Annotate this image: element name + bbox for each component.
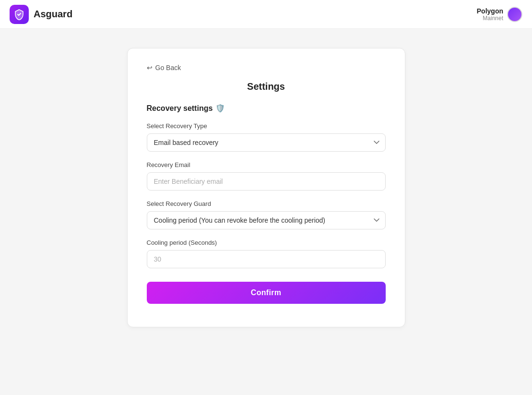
- header-right: Polygon Mainnet: [477, 7, 522, 22]
- cooling-period-input[interactable]: [147, 250, 386, 268]
- cooling-period-group: Cooling period (Seconds): [147, 239, 386, 268]
- confirm-button[interactable]: Confirm: [147, 282, 386, 304]
- back-label: Go Back: [155, 64, 181, 72]
- header-left: Asguard: [10, 5, 72, 24]
- back-icon: ↩: [147, 64, 153, 72]
- recovery-email-input[interactable]: [147, 172, 386, 191]
- shield-emoji-icon: 🛡️: [215, 104, 225, 113]
- recovery-type-select[interactable]: Email based recovery Social recovery Har…: [147, 133, 386, 152]
- network-info: Polygon Mainnet: [477, 7, 503, 22]
- settings-card: ↩ Go Back Settings Recovery settings 🛡️ …: [127, 48, 405, 327]
- app-name-label: Asguard: [34, 9, 72, 20]
- recovery-type-label: Select Recovery Type: [147, 122, 386, 130]
- main-content: ↩ Go Back Settings Recovery settings 🛡️ …: [0, 29, 532, 395]
- recovery-guard-select[interactable]: Cooling period (You can revoke before th…: [147, 211, 386, 229]
- network-sub: Mainnet: [477, 15, 503, 22]
- network-avatar: [507, 7, 522, 22]
- back-button[interactable]: ↩ Go Back: [147, 64, 181, 72]
- recovery-type-group: Select Recovery Type Email based recover…: [147, 122, 386, 152]
- network-name: Polygon: [477, 7, 503, 15]
- app-logo: [10, 5, 29, 24]
- recovery-email-label: Recovery Email: [147, 161, 386, 168]
- app-header: Asguard Polygon Mainnet: [0, 0, 532, 29]
- section-title: Recovery settings 🛡️: [147, 104, 386, 113]
- recovery-guard-group: Select Recovery Guard Cooling period (Yo…: [147, 200, 386, 229]
- recovery-email-group: Recovery Email: [147, 161, 386, 191]
- section-title-text: Recovery settings: [147, 104, 213, 113]
- cooling-period-label: Cooling period (Seconds): [147, 239, 386, 246]
- page-title: Settings: [147, 81, 386, 92]
- recovery-guard-label: Select Recovery Guard: [147, 200, 386, 207]
